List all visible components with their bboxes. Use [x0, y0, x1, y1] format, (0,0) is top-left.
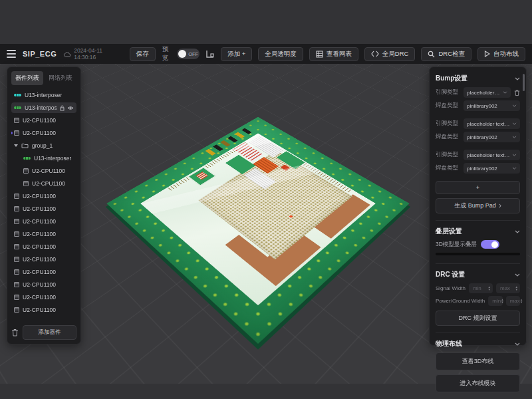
- enter-routing-module-button[interactable]: 进入布线模块: [436, 374, 520, 392]
- chevron-down-icon: [515, 230, 520, 233]
- list-item[interactable]: U2-CPU1100: [11, 191, 76, 201]
- list-item[interactable]: U2-CPU1100: [11, 241, 76, 252]
- bump-group-3: 引脚类型 placeholder textplaceholder 焊盘类型 pi…: [436, 150, 520, 176]
- global-drc-button[interactable]: 全局DRC: [364, 47, 416, 61]
- pad-type-select[interactable]: pinlibrary002: [464, 163, 520, 174]
- interposer-icon: [23, 157, 31, 160]
- project-title: SIP_ECG: [23, 50, 57, 58]
- drc-title: DRC 设置: [436, 270, 465, 279]
- chevron-down-icon: [512, 136, 517, 138]
- pin-type-select[interactable]: placeholder textplaceholder: [464, 150, 520, 160]
- menu-icon[interactable]: [7, 50, 16, 58]
- list-item-group[interactable]: group_1: [11, 140, 76, 151]
- global-opacity-button[interactable]: 全局透明度: [258, 47, 303, 61]
- list-item[interactable]: U2-CPU1100: [11, 254, 76, 265]
- section-physical-routing[interactable]: 物理布线: [436, 338, 520, 352]
- list-item[interactable]: U13-interposer: [11, 90, 76, 100]
- list-item[interactable]: U2-CPU1100: [11, 229, 76, 239]
- top-toolbar: SIP_ECG 2024-04-11 14:30:16 保存 预览 OFF 添加…: [0, 44, 532, 64]
- tab-net-list[interactable]: 网络列表: [45, 71, 76, 85]
- list-item[interactable]: U2-CPU1100: [11, 115, 76, 126]
- chip-icon: [14, 219, 19, 224]
- drc-check-button[interactable]: DRC检查: [421, 47, 471, 61]
- auto-route-label: 自动布线: [493, 50, 519, 59]
- list-item[interactable]: U2-CPU1100: [11, 178, 76, 189]
- signal-width-label: Signal Width: [436, 285, 466, 291]
- code-brackets-icon: [371, 51, 379, 57]
- stackup-preview[interactable]: [436, 253, 520, 255]
- preview-toggle[interactable]: OFF: [177, 49, 200, 59]
- view-3d-routing-button[interactable]: 查看3D布线: [436, 352, 520, 370]
- global-drc-label: 全局DRC: [382, 50, 409, 59]
- trash-icon[interactable]: [11, 329, 19, 336]
- stepper-icon[interactable]: ▲▼: [488, 286, 491, 291]
- stackup-toggle[interactable]: [481, 240, 499, 249]
- list-item[interactable]: U2-CPU1100: [11, 267, 76, 277]
- bump-group-1: 引脚类型 placeholder textplaceholder 焊盘类型 pi…: [436, 87, 520, 114]
- power-ground-width-label: Power/Ground Width: [436, 298, 485, 304]
- list-item[interactable]: U2-CPU1100: [11, 279, 76, 290]
- add-component-button[interactable]: 添加器件: [23, 325, 76, 340]
- pad-type-select[interactable]: pinlibrary002: [464, 100, 520, 111]
- sync-status: 2024-04-11 14:30:16: [63, 47, 122, 61]
- add-button[interactable]: 添加 +: [221, 47, 252, 61]
- stackup-toggle-label: 3D模型显示叠层: [436, 241, 477, 249]
- chevron-down-icon: [512, 154, 517, 156]
- chevron-right-icon: [499, 203, 501, 208]
- list-item[interactable]: U2-CPU1100: [11, 128, 76, 138]
- list-item[interactable]: U2-CPU1100: [11, 203, 76, 214]
- chip-icon: [14, 118, 19, 123]
- chip-icon: [14, 194, 19, 199]
- interposer-icon: [14, 106, 21, 109]
- list-item[interactable]: U2-CPU1100: [11, 166, 76, 176]
- view-netlist-button[interactable]: 查看网表: [309, 47, 358, 61]
- lock-icon[interactable]: [60, 105, 65, 111]
- align-corner-icon[interactable]: [205, 50, 215, 59]
- pad-type-select[interactable]: pinlibrary002: [464, 132, 520, 142]
- list-item[interactable]: U2-CPU1100: [11, 305, 76, 315]
- chevron-down-icon: [503, 91, 507, 94]
- pad-type-label: 焊盘类型: [436, 133, 460, 141]
- list-item[interactable]: U2-CPU1100: [11, 292, 76, 303]
- save-button[interactable]: 保存: [130, 47, 156, 61]
- chip-icon: [14, 282, 19, 287]
- search-icon: [428, 51, 435, 58]
- eye-icon[interactable]: [67, 106, 74, 110]
- section-drc-settings[interactable]: DRC 设置: [436, 269, 520, 283]
- chip-icon: [14, 307, 19, 313]
- pin-type-select[interactable]: placeholder textplaceholder: [464, 118, 520, 129]
- chip-icon: [23, 181, 29, 186]
- preview-state: OFF: [188, 51, 198, 57]
- power-width-min-input[interactable]: min ▲▼: [488, 296, 502, 306]
- component-list-panel: 器件列表 网络列表 U13-interposer U13-interposer …: [7, 66, 81, 344]
- routing-title: 物理布线: [436, 339, 462, 348]
- divider: [436, 263, 520, 264]
- section-bump-settings[interactable]: Bump设置: [436, 72, 520, 87]
- list-item-selected[interactable]: U13-interposer: [11, 102, 76, 113]
- stepper-icon[interactable]: ▲▼: [515, 286, 518, 291]
- toggle-knob: [491, 241, 498, 248]
- signal-width-max-input[interactable]: max ▲▼: [496, 283, 520, 293]
- caret-down-icon[interactable]: [14, 144, 18, 147]
- cloud-icon: [63, 51, 71, 57]
- list-item[interactable]: U13-interposer: [11, 153, 76, 164]
- generate-bump-pad-button[interactable]: 生成 Bump Pad: [436, 198, 520, 213]
- signal-width-min-input[interactable]: min ▲▼: [469, 283, 493, 293]
- panel-scrollbar[interactable]: [523, 74, 525, 91]
- tab-component-list[interactable]: 器件列表: [11, 71, 43, 85]
- folder-icon: [21, 143, 29, 148]
- stepper-icon[interactable]: ▲▼: [520, 299, 523, 304]
- power-width-max-input[interactable]: max ▲▼: [506, 296, 520, 306]
- stepper-icon[interactable]: ▲▼: [501, 299, 503, 304]
- pin-type-label: 引脚类型: [436, 88, 460, 96]
- section-stackup-settings[interactable]: 叠层设置: [436, 225, 520, 240]
- add-bump-group-button[interactable]: +: [436, 181, 520, 194]
- pin-type-select[interactable]: placeholder textplaceholder: [464, 87, 511, 98]
- drc-rules-button[interactable]: DRC 规则设置: [436, 311, 520, 326]
- marker-dot: [11, 132, 13, 134]
- power-ground-width-row: Power/Ground Width min ▲▼ max ▲▼: [436, 296, 520, 306]
- list-item[interactable]: U2-CPU1100: [11, 216, 76, 227]
- chip-icon: [14, 295, 19, 300]
- auto-route-button[interactable]: 自动布线: [477, 47, 525, 61]
- trash-icon[interactable]: [514, 89, 520, 96]
